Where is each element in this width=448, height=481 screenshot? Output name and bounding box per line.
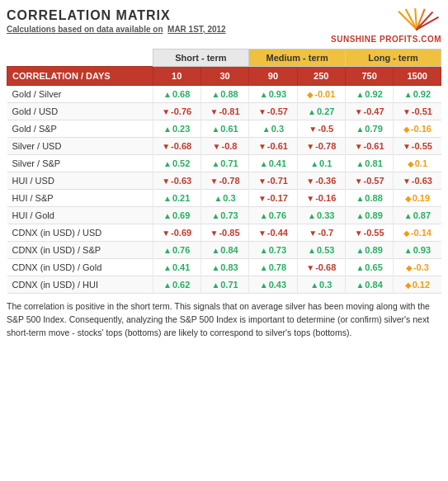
col-250-header: 250 (297, 67, 345, 86)
numeric-value: 0.84 (220, 245, 238, 255)
numeric-value: -0.63 (412, 176, 432, 186)
numeric-value: -0.78 (315, 141, 336, 151)
numeric-value: -0.8 (222, 141, 238, 151)
direction-arrow-icon: ▼ (355, 107, 363, 116)
numeric-value: 0.76 (172, 245, 190, 255)
direction-arrow-icon: ▼ (306, 194, 314, 203)
col-1500-header: 1500 (394, 67, 441, 86)
cell-value: ▲0.1 (297, 155, 345, 172)
numeric-value: -0.78 (219, 176, 239, 186)
direction-arrow-icon: ▲ (211, 246, 219, 255)
numeric-value: 0.65 (365, 262, 382, 272)
numeric-value: 0.68 (172, 89, 190, 99)
cell-value: ▼-0.8 (200, 138, 248, 155)
row-label: CDNX (in USD) / S&P (7, 242, 153, 259)
direction-arrow-icon: ▲ (356, 90, 364, 99)
cell-value: ◆-0.16 (394, 120, 441, 138)
cell-value: ▼-0.61 (345, 138, 393, 155)
table-row: CDNX (in USD) / USD▼-0.69▼-0.85▼-0.44▼-0… (7, 224, 441, 242)
numeric-value: 0.3 (319, 280, 332, 290)
direction-arrow-icon: ◆ (405, 281, 412, 290)
cell-value: ▲0.73 (200, 207, 248, 224)
table-row: CDNX (in USD) / HUI▲0.62▲0.71▲0.43▲0.3▲0… (7, 276, 441, 294)
numeric-value: 0.71 (220, 280, 238, 290)
cell-value: ▲0.89 (345, 207, 393, 224)
direction-arrow-icon: ◆ (403, 125, 410, 134)
cell-value: ▲0.88 (200, 86, 248, 103)
numeric-value: 0.78 (269, 262, 286, 272)
numeric-value: -0.7 (318, 228, 333, 238)
col-10-header: 10 (153, 67, 200, 86)
numeric-value: 0.1 (415, 158, 427, 168)
numeric-value: -0.85 (219, 228, 239, 238)
cell-value: ▲0.65 (345, 259, 393, 276)
cell-value: ▼-0.78 (200, 172, 248, 190)
cell-value: ◆0.12 (394, 276, 441, 294)
numeric-value: 0.21 (172, 193, 190, 203)
logo-text: SUNSHINE PROFITS.COM (331, 35, 441, 44)
cell-value: ◆-0.14 (394, 224, 441, 242)
direction-arrow-icon: ▼ (306, 263, 314, 272)
table-row: Gold / Silver▲0.68▲0.88▲0.93◆-0.01▲0.92▲… (7, 86, 441, 103)
main-container: CORRELATION MATRIX Calculations based on… (0, 0, 448, 347)
cell-value: ▲0.71 (200, 276, 248, 294)
numeric-value: 0.71 (220, 158, 238, 168)
numeric-value: 0.33 (317, 210, 334, 220)
numeric-value: -0.17 (267, 193, 288, 203)
numeric-value: 0.61 (220, 124, 238, 134)
direction-arrow-icon: ▲ (356, 263, 364, 272)
header-left: CORRELATION MATRIX Calculations based on… (7, 8, 226, 34)
direction-arrow-icon: ▼ (306, 142, 314, 151)
direction-arrow-icon: ▼ (162, 142, 170, 151)
cell-value: ▲0.33 (297, 207, 345, 224)
cell-value: ▲0.88 (345, 190, 393, 207)
numeric-value: -0.55 (364, 228, 384, 238)
cell-value: ▲0.79 (345, 120, 393, 138)
numeric-value: 0.89 (365, 210, 382, 220)
row-label: HUI / USD (7, 172, 153, 190)
cell-value: ▼-0.17 (249, 190, 297, 207)
direction-arrow-icon: ▲ (404, 211, 413, 220)
cell-value: ▼-0.81 (200, 103, 248, 120)
direction-arrow-icon: ▲ (356, 125, 364, 134)
direction-arrow-icon: ▲ (356, 159, 364, 168)
cell-value: ▼-0.47 (345, 103, 393, 120)
direction-arrow-icon: ▼ (258, 229, 266, 238)
numeric-value: 0.92 (365, 89, 382, 99)
cell-value: ▲0.93 (394, 242, 441, 259)
numeric-value: -0.36 (315, 176, 336, 186)
numeric-value: 0.1 (319, 158, 332, 168)
cell-value: ▼-0.57 (345, 172, 393, 190)
page-title: CORRELATION MATRIX (7, 8, 226, 23)
row-label: Gold / Silver (7, 86, 153, 103)
direction-arrow-icon: ▼ (258, 142, 266, 151)
cell-value: ▲0.53 (297, 242, 345, 259)
direction-arrow-icon: ▲ (211, 159, 219, 168)
row-label: CDNX (in USD) / USD (7, 224, 153, 242)
table-row: CDNX (in USD) / S&P▲0.76▲0.84▲0.73▲0.53▲… (7, 242, 441, 259)
direction-arrow-icon: ▲ (163, 90, 172, 99)
row-label: HUI / Gold (7, 207, 153, 224)
col-90-header: 90 (249, 67, 297, 86)
numeric-value: -0.57 (267, 106, 288, 116)
sun-icon (392, 8, 441, 33)
row-label: CDNX (in USD) / Gold (7, 259, 153, 276)
cell-value: ▲0.84 (345, 276, 393, 294)
cell-value: ▼-0.55 (345, 224, 393, 242)
direction-arrow-icon: ▲ (308, 211, 316, 220)
table-body: Gold / Silver▲0.68▲0.88▲0.93◆-0.01▲0.92▲… (7, 86, 441, 294)
cell-value: ▲0.73 (249, 242, 297, 259)
numeric-value: 0.41 (172, 262, 190, 272)
numeric-value: 0.69 (172, 210, 190, 220)
row-label: Gold / USD (7, 103, 153, 120)
numeric-value: -0.14 (411, 228, 431, 238)
direction-arrow-icon: ▲ (163, 281, 172, 290)
numeric-value: -0.44 (267, 228, 288, 238)
cell-value: ▲0.61 (200, 120, 248, 138)
cell-value: ▲0.41 (249, 155, 297, 172)
numeric-value: -0.61 (364, 141, 384, 151)
cell-value: ▼-0.61 (249, 138, 297, 155)
numeric-value: 0.23 (172, 124, 190, 134)
direction-arrow-icon: ▼ (403, 142, 411, 151)
direction-arrow-icon: ▲ (211, 211, 219, 220)
